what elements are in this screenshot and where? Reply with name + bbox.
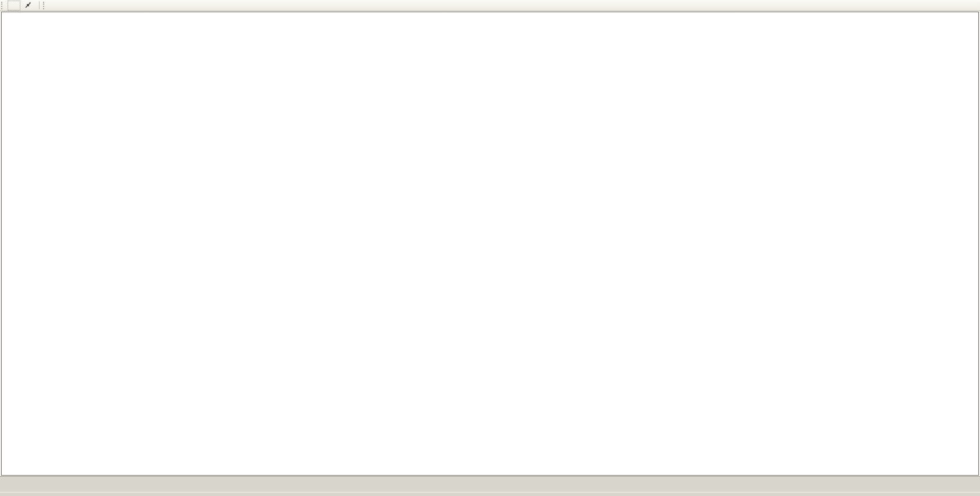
- status-bar: [0, 492, 980, 496]
- tab-scroll-arrows: [964, 477, 980, 492]
- symbol-tab-bar: [0, 476, 980, 492]
- chart-canvas[interactable]: [0, 0, 980, 496]
